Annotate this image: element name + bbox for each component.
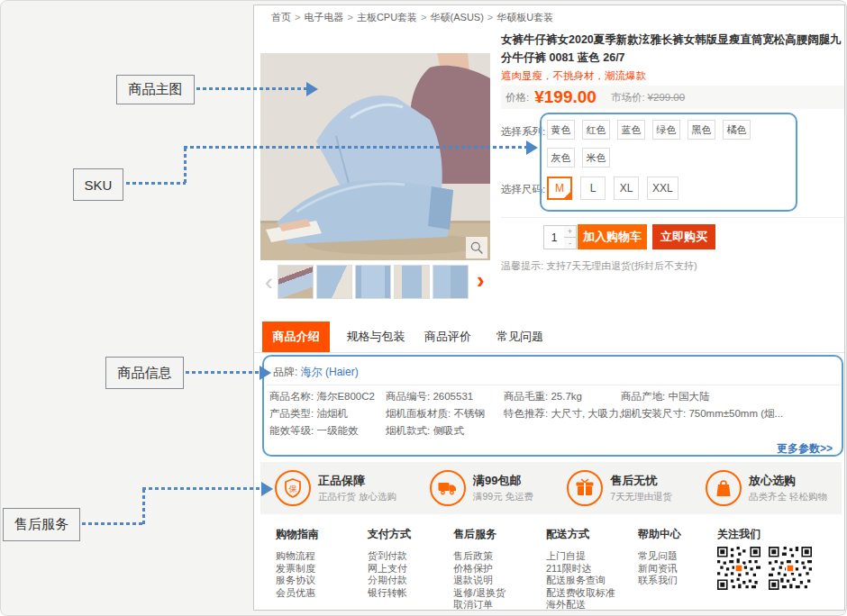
footer-link[interactable]: 联系我们: [638, 575, 681, 587]
breadcrumb-category-1[interactable]: 电子电器: [304, 12, 343, 23]
qr-code-2: [769, 547, 812, 593]
footer-link[interactable]: 发票制度: [276, 563, 319, 575]
series-option-gray[interactable]: 灰色: [547, 148, 575, 168]
service-guarantee-band: 保 正品保障 正品行货 放心选购 满99包邮 满99元 免运费: [260, 462, 842, 514]
footer-link[interactable]: 退款说明: [453, 575, 505, 587]
series-option-red[interactable]: 红色: [582, 120, 610, 140]
breadcrumb-brand[interactable]: 华硕(ASUS): [431, 12, 484, 23]
more-params-link[interactable]: 更多参数>>: [777, 441, 833, 457]
breadcrumb-category-2[interactable]: 主板CPU套装: [357, 12, 417, 23]
footer-link[interactable]: 价格保护: [453, 563, 505, 575]
footer-link[interactable]: 配送费收取标准: [546, 587, 615, 600]
series-option-beige[interactable]: 米色: [582, 148, 610, 168]
zoom-magnifier-button[interactable]: [466, 237, 487, 258]
arrowhead-sku: [526, 140, 538, 155]
service-after-sale: 售后无忧 7天无理由退货: [567, 470, 672, 506]
size-option-xxl[interactable]: XXL: [647, 177, 679, 200]
breadcrumb-home[interactable]: 首页: [271, 12, 291, 23]
series-select-label: 选择系列:: [501, 125, 545, 139]
product-title: 女裤牛仔裤女2020夏季新款泫雅长裤女韩版显瘦直筒宽松高腰阔腿九分牛仔裤 008…: [501, 31, 846, 67]
tab-spec-packaging[interactable]: 规格与包装: [340, 322, 412, 352]
purchase-row-divider: [501, 217, 844, 218]
thumbnail-next-arrow-icon[interactable]: ›: [477, 267, 485, 294]
service-title: 满99包邮: [473, 473, 533, 489]
size-option-l[interactable]: L: [580, 177, 606, 200]
footer-link[interactable]: 211限时达: [546, 563, 615, 575]
gift-box-icon: [567, 470, 603, 506]
footer-column-delivery: 配送方式 上门自提 211限时达 配送服务查询 配送费收取标准 海外配送: [546, 527, 615, 611]
service-authenticity: 保 正品保障 正品行货 放心选购: [275, 470, 396, 506]
arrow-line-after-sale: [142, 487, 261, 490]
thumbnail-2[interactable]: [316, 265, 352, 299]
footer-link[interactable]: 购物流程: [276, 550, 319, 563]
svg-text:保: 保: [288, 485, 297, 494]
info-cell: 商品名称: 海尔E800C2: [269, 390, 386, 403]
thumbnail-4[interactable]: [394, 265, 430, 299]
series-option-orange[interactable]: 橘色: [723, 120, 751, 140]
brand-label: 品牌:: [273, 366, 297, 378]
price-label: 价格:: [505, 91, 529, 104]
arrowhead-after-sale: [261, 482, 273, 496]
footer-column-title: 售后服务: [453, 527, 505, 542]
annotation-after-sale-label: 售后服务: [3, 508, 80, 541]
arrow-line-main-image: [196, 87, 306, 90]
series-option-black[interactable]: 黑色: [688, 120, 715, 140]
footer-link[interactable]: 配送服务查询: [546, 575, 615, 587]
buy-now-button[interactable]: 立即购买: [652, 224, 715, 249]
footer-link[interactable]: 常见问题: [638, 550, 681, 563]
thumbnail-prev-arrow-icon[interactable]: ‹: [265, 268, 273, 295]
quantity-decrease-button[interactable]: -: [564, 238, 577, 249]
annotation-product-info-label: 商品信息: [105, 357, 184, 389]
quantity-increase-button[interactable]: +: [564, 225, 577, 238]
arrowhead-main-image: [306, 82, 318, 96]
footer-link[interactable]: 货到付款: [368, 550, 411, 563]
footer-link[interactable]: 取消订单: [453, 599, 505, 611]
breadcrumb-current: 华硕板U套装: [496, 12, 553, 23]
footer-link[interactable]: 海外配送: [546, 599, 615, 611]
footer-column-shopping-guide: 购物指南 购物流程 发票制度 服务协议 会员优惠: [276, 527, 319, 599]
size-option-xl[interactable]: XL: [614, 177, 639, 200]
footer-link[interactable]: 上门自提: [546, 550, 615, 563]
truck-icon: [430, 470, 466, 506]
product-main-image[interactable]: [260, 53, 490, 260]
footer-link[interactable]: 银行转帐: [368, 587, 411, 600]
warm-tip-text: 温馨提示: 支持7天无理由退货(拆封后不支持): [501, 259, 697, 273]
tab-reviews[interactable]: 商品评价: [421, 322, 475, 352]
footer-link[interactable]: 返修/退换货: [453, 587, 505, 600]
series-option-blue[interactable]: 蓝色: [617, 120, 645, 140]
footer-link[interactable]: 网上支付: [368, 563, 411, 575]
size-option-m-selected[interactable]: M: [547, 177, 572, 200]
footer-link[interactable]: 新闻资讯: [638, 563, 681, 575]
info-row-2: 产品类型: 油烟机 烟机面板材质: 不锈钢 特色推荐: 大尺寸, 大吸力, 静音…: [269, 407, 841, 421]
service-desc: 7天无理由退货: [610, 491, 672, 503]
series-options: 黄色 红色 蓝色 绿色 黑色 橘色 灰色 米色: [547, 120, 763, 176]
quantity-input[interactable]: [543, 225, 565, 249]
tab-product-intro[interactable]: 商品介绍: [262, 322, 330, 352]
footer-link[interactable]: 售后政策: [453, 550, 505, 563]
footer-link[interactable]: 服务协议: [276, 575, 319, 587]
price-value: ¥199.00: [534, 87, 597, 107]
size-select-label: 选择尺码:: [501, 183, 545, 196]
arrow-line-after-sale: [82, 522, 145, 525]
series-option-yellow[interactable]: 黄色: [547, 120, 575, 140]
arrowhead-product-info: [260, 366, 271, 380]
thumbnail-5[interactable]: [433, 265, 469, 299]
service-worry-free: 放心选购 品类齐全 轻松购物: [706, 470, 827, 506]
arrow-line-product-info: [186, 371, 260, 374]
add-to-cart-button[interactable]: 加入购物车: [578, 224, 647, 249]
service-title: 放心选购: [749, 473, 827, 489]
footer-link[interactable]: 分期付款: [368, 575, 411, 587]
info-cell: 烟机面板材质: 不锈钢: [386, 407, 504, 421]
thumbnail-3[interactable]: [355, 265, 391, 299]
breadcrumb: 首页>电子电器>主板CPU套装>华硕(ASUS)>华硕板U套装: [271, 11, 553, 24]
brand-link[interactable]: 海尔 (Haier): [301, 366, 359, 378]
service-desc: 满99元 免运费: [473, 491, 533, 503]
footer-link[interactable]: 会员优惠: [276, 587, 319, 600]
series-option-green[interactable]: 绿色: [652, 120, 680, 140]
service-desc: 品类齐全 轻松购物: [749, 491, 827, 503]
thumbnail-1[interactable]: [278, 265, 314, 299]
product-photo-illustration: [260, 53, 490, 260]
tab-faq[interactable]: 常见问题: [493, 322, 547, 352]
annotated-product-page-screenshot: 首页>电子电器>主板CPU套装>华硕(ASUS)>华硕板U套装 ‹: [0, 0, 847, 616]
service-desc: 正品行货 放心选购: [318, 491, 396, 503]
